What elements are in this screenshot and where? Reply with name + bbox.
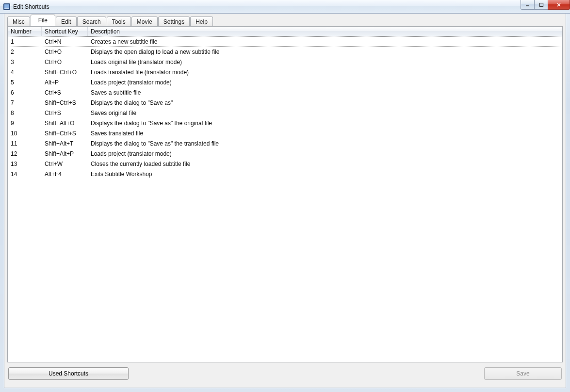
table-row[interactable]: 10Shift+Ctrl+SSaves translated file bbox=[8, 128, 562, 138]
tab-strip: MiscFileEditSearchToolsMovieSettingsHelp bbox=[7, 16, 563, 26]
window-body: MiscFileEditSearchToolsMovieSettingsHelp… bbox=[4, 14, 566, 388]
cell-shortcut: Ctrl+S bbox=[42, 108, 88, 118]
titlebar: Edit Shortcuts bbox=[0, 0, 570, 14]
tab-misc[interactable]: Misc bbox=[7, 16, 30, 27]
cell-description: Exits Subtitle Workshop bbox=[88, 169, 562, 179]
column-header-number[interactable]: Number bbox=[8, 27, 42, 36]
table-row[interactable]: 1Ctrl+NCreates a new subtitle file bbox=[8, 36, 562, 47]
cell-description: Loads translated file (translator mode) bbox=[88, 67, 562, 77]
svg-rect-1 bbox=[4, 4, 9, 8]
used-shortcuts-button[interactable]: Used Shortcuts bbox=[8, 367, 129, 380]
cell-description: Displays the dialog to "Save as" the tra… bbox=[88, 138, 562, 148]
table-row[interactable]: 14Alt+F4Exits Subtitle Workshop bbox=[8, 169, 562, 179]
cell-number: 3 bbox=[8, 57, 42, 67]
window-title: Edit Shortcuts bbox=[13, 3, 49, 10]
table-row[interactable]: 13Ctrl+WCloses the currently loaded subt… bbox=[8, 159, 562, 169]
cell-number: 4 bbox=[8, 67, 42, 77]
cell-number: 11 bbox=[8, 138, 42, 148]
table-row[interactable]: 9Shift+Alt+ODisplays the dialog to "Save… bbox=[8, 118, 562, 128]
column-header-description[interactable]: Description bbox=[88, 27, 562, 36]
maximize-button[interactable] bbox=[534, 0, 548, 10]
table-header: Number Shortcut Key Description bbox=[8, 27, 562, 36]
table-row[interactable]: 4Shift+Ctrl+OLoads translated file (tran… bbox=[8, 67, 562, 77]
table-row[interactable]: 8Ctrl+SSaves original file bbox=[8, 108, 562, 118]
cell-shortcut: Ctrl+S bbox=[42, 87, 88, 98]
cell-shortcut: Ctrl+W bbox=[42, 159, 88, 169]
table-row[interactable]: 7Shift+Ctrl+SDisplays the dialog to "Sav… bbox=[8, 98, 562, 108]
save-button[interactable]: Save bbox=[484, 367, 562, 380]
table-row[interactable]: 6Ctrl+SSaves a subtitle file bbox=[8, 87, 562, 98]
shortcuts-table: Number Shortcut Key Description 1Ctrl+NC… bbox=[7, 26, 563, 362]
tab-help[interactable]: Help bbox=[190, 16, 213, 27]
table-row[interactable]: 5Alt+PLoads project (translator mode) bbox=[8, 77, 562, 87]
table-row[interactable]: 12Shift+Alt+PLoads project (translator m… bbox=[8, 148, 562, 159]
cell-shortcut: Ctrl+N bbox=[42, 36, 88, 47]
cell-shortcut: Shift+Alt+T bbox=[42, 138, 88, 148]
tab-file[interactable]: File bbox=[31, 15, 55, 26]
cell-number: 9 bbox=[8, 118, 42, 128]
cell-number: 8 bbox=[8, 108, 42, 118]
cell-shortcut: Shift+Alt+P bbox=[42, 148, 88, 159]
tab-edit[interactable]: Edit bbox=[56, 16, 77, 27]
cell-number: 1 bbox=[8, 36, 42, 47]
cell-number: 14 bbox=[8, 169, 42, 179]
cell-number: 10 bbox=[8, 128, 42, 138]
bottom-bar: Used Shortcuts Save bbox=[7, 362, 563, 385]
svg-rect-2 bbox=[4, 8, 9, 9]
svg-rect-3 bbox=[539, 3, 543, 6]
window-controls bbox=[521, 0, 570, 10]
cell-number: 2 bbox=[8, 47, 42, 57]
cell-description: Loads project (translator mode) bbox=[88, 148, 562, 159]
minimize-button[interactable] bbox=[521, 0, 535, 10]
cell-number: 5 bbox=[8, 77, 42, 87]
cell-shortcut: Shift+Ctrl+S bbox=[42, 128, 88, 138]
cell-description: Saves a subtitle file bbox=[88, 87, 562, 98]
cell-description: Loads project (translator mode) bbox=[88, 77, 562, 87]
cell-description: Displays the dialog to "Save as" bbox=[88, 98, 562, 108]
cell-number: 6 bbox=[8, 87, 42, 98]
column-header-shortcut[interactable]: Shortcut Key bbox=[42, 27, 88, 36]
tab-tools[interactable]: Tools bbox=[107, 16, 131, 27]
cell-shortcut: Ctrl+O bbox=[42, 47, 88, 57]
cell-shortcut: Shift+Ctrl+S bbox=[42, 98, 88, 108]
cell-description: Saves original file bbox=[88, 108, 562, 118]
cell-description: Closes the currently loaded subtitle fil… bbox=[88, 159, 562, 169]
table-body: 1Ctrl+NCreates a new subtitle file2Ctrl+… bbox=[8, 36, 562, 179]
cell-description: Displays the open dialog to load a new s… bbox=[88, 47, 562, 57]
table-row[interactable]: 3Ctrl+OLoads original file (translator m… bbox=[8, 57, 562, 67]
cell-shortcut: Shift+Ctrl+O bbox=[42, 67, 88, 77]
table-row[interactable]: 11Shift+Alt+TDisplays the dialog to "Sav… bbox=[8, 138, 562, 148]
cell-description: Displays the dialog to "Save as" the ori… bbox=[88, 118, 562, 128]
cell-description: Creates a new subtitle file bbox=[88, 36, 562, 47]
table-row[interactable]: 2Ctrl+ODisplays the open dialog to load … bbox=[8, 47, 562, 57]
cell-number: 12 bbox=[8, 148, 42, 159]
app-icon bbox=[3, 3, 11, 11]
content-area: MiscFileEditSearchToolsMovieSettingsHelp… bbox=[7, 16, 563, 385]
cell-description: Saves translated file bbox=[88, 128, 562, 138]
cell-shortcut: Alt+P bbox=[42, 77, 88, 87]
cell-shortcut: Ctrl+O bbox=[42, 57, 88, 67]
tab-settings[interactable]: Settings bbox=[158, 16, 190, 27]
tab-movie[interactable]: Movie bbox=[131, 16, 158, 27]
tab-search[interactable]: Search bbox=[77, 16, 106, 27]
cell-number: 7 bbox=[8, 98, 42, 108]
close-button[interactable] bbox=[548, 0, 570, 10]
cell-shortcut: Shift+Alt+O bbox=[42, 118, 88, 128]
cell-shortcut: Alt+F4 bbox=[42, 169, 88, 179]
cell-description: Loads original file (translator mode) bbox=[88, 57, 562, 67]
cell-number: 13 bbox=[8, 159, 42, 169]
